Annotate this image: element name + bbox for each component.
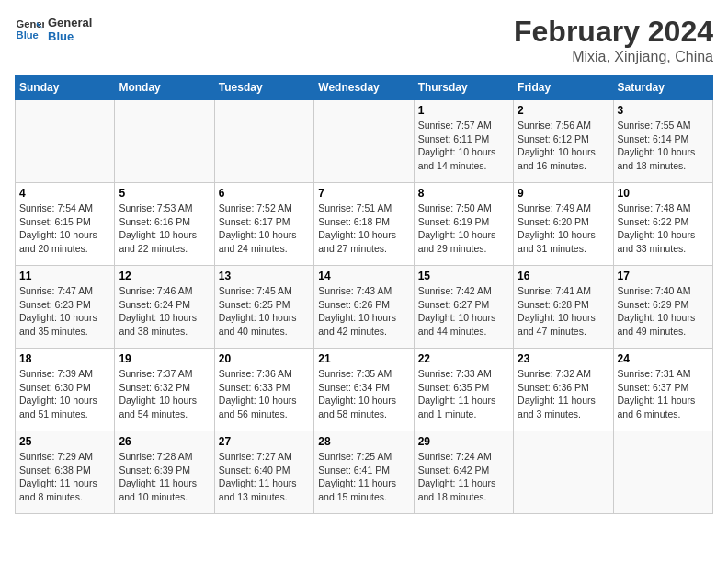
day-number: 21 [318, 352, 409, 365]
day-number: 2 [518, 104, 609, 117]
day-number: 15 [418, 270, 509, 282]
day-info: Sunrise: 7:29 AM Sunset: 6:38 PM Dayligh… [19, 450, 110, 504]
calendar-cell: 25Sunrise: 7:29 AM Sunset: 6:38 PM Dayli… [16, 431, 115, 514]
title-block: February 2024 Mixia, Xinjiang, China [514, 15, 713, 65]
day-info: Sunrise: 7:50 AM Sunset: 6:19 PM Dayligh… [418, 201, 509, 256]
calendar-week-row: 4Sunrise: 7:54 AM Sunset: 6:15 PM Daylig… [16, 183, 713, 266]
day-number: 12 [119, 270, 210, 282]
logo: General Blue General Blue [15, 15, 92, 44]
day-of-week-header: Sunday [16, 75, 115, 100]
day-number: 17 [618, 270, 709, 282]
calendar-cell: 12Sunrise: 7:46 AM Sunset: 6:24 PM Dayli… [115, 266, 214, 349]
calendar-cell [16, 100, 115, 183]
day-number: 16 [518, 270, 609, 282]
day-number: 1 [418, 104, 509, 117]
calendar-cell: 18Sunrise: 7:39 AM Sunset: 6:30 PM Dayli… [16, 349, 115, 431]
day-number: 4 [19, 187, 110, 200]
day-number: 8 [418, 187, 509, 200]
month-title: February 2024 [514, 15, 713, 49]
day-info: Sunrise: 7:24 AM Sunset: 6:42 PM Dayligh… [418, 450, 509, 504]
day-info: Sunrise: 7:25 AM Sunset: 6:41 PM Dayligh… [318, 450, 409, 504]
day-info: Sunrise: 7:53 AM Sunset: 6:16 PM Dayligh… [119, 201, 210, 256]
calendar-cell: 26Sunrise: 7:28 AM Sunset: 6:39 PM Dayli… [115, 431, 214, 514]
day-number: 25 [19, 435, 110, 448]
calendar-cell: 17Sunrise: 7:40 AM Sunset: 6:29 PM Dayli… [613, 266, 712, 349]
calendar-cell: 24Sunrise: 7:31 AM Sunset: 6:37 PM Dayli… [613, 349, 712, 431]
day-info: Sunrise: 7:43 AM Sunset: 6:26 PM Dayligh… [318, 284, 409, 339]
day-number: 19 [119, 352, 210, 365]
day-of-week-header: Tuesday [214, 75, 313, 100]
calendar-cell: 11Sunrise: 7:47 AM Sunset: 6:23 PM Dayli… [16, 266, 115, 349]
day-info: Sunrise: 7:31 AM Sunset: 6:37 PM Dayligh… [618, 367, 709, 421]
day-number: 27 [219, 435, 310, 448]
day-of-week-header: Thursday [414, 75, 513, 100]
day-number: 6 [219, 187, 310, 200]
day-info: Sunrise: 7:47 AM Sunset: 6:23 PM Dayligh… [19, 284, 110, 339]
day-info: Sunrise: 7:27 AM Sunset: 6:40 PM Dayligh… [219, 450, 310, 504]
day-info: Sunrise: 7:28 AM Sunset: 6:39 PM Dayligh… [119, 450, 210, 504]
svg-text:Blue: Blue [17, 29, 39, 40]
calendar-table: SundayMondayTuesdayWednesdayThursdayFrid… [15, 75, 713, 514]
calendar-cell: 19Sunrise: 7:37 AM Sunset: 6:32 PM Dayli… [115, 349, 214, 431]
calendar-cell [613, 431, 712, 514]
svg-text:General: General [17, 18, 44, 29]
calendar-week-row: 25Sunrise: 7:29 AM Sunset: 6:38 PM Dayli… [16, 431, 713, 514]
calendar-cell: 2Sunrise: 7:56 AM Sunset: 6:12 PM Daylig… [514, 100, 613, 183]
day-info: Sunrise: 7:41 AM Sunset: 6:28 PM Dayligh… [518, 284, 609, 339]
calendar-cell [314, 100, 414, 183]
calendar-cell: 13Sunrise: 7:45 AM Sunset: 6:25 PM Dayli… [214, 266, 313, 349]
day-number: 26 [119, 435, 210, 448]
day-info: Sunrise: 7:57 AM Sunset: 6:11 PM Dayligh… [418, 119, 509, 173]
day-number: 14 [318, 270, 409, 282]
calendar-cell: 20Sunrise: 7:36 AM Sunset: 6:33 PM Dayli… [214, 349, 313, 431]
calendar-cell: 9Sunrise: 7:49 AM Sunset: 6:20 PM Daylig… [514, 183, 613, 266]
calendar-cell: 28Sunrise: 7:25 AM Sunset: 6:41 PM Dayli… [314, 431, 414, 514]
calendar-cell: 5Sunrise: 7:53 AM Sunset: 6:16 PM Daylig… [115, 183, 214, 266]
day-of-week-header: Wednesday [314, 75, 414, 100]
day-info: Sunrise: 7:51 AM Sunset: 6:18 PM Dayligh… [318, 201, 409, 256]
day-info: Sunrise: 7:32 AM Sunset: 6:36 PM Dayligh… [518, 367, 609, 421]
day-number: 7 [318, 187, 409, 200]
day-info: Sunrise: 7:42 AM Sunset: 6:27 PM Dayligh… [418, 284, 509, 339]
calendar-cell: 8Sunrise: 7:50 AM Sunset: 6:19 PM Daylig… [414, 183, 513, 266]
calendar-cell: 6Sunrise: 7:52 AM Sunset: 6:17 PM Daylig… [214, 183, 313, 266]
day-number: 20 [219, 352, 310, 365]
day-number: 22 [418, 352, 509, 365]
logo-icon: General Blue [15, 15, 44, 44]
day-number: 11 [19, 270, 110, 282]
calendar-cell: 29Sunrise: 7:24 AM Sunset: 6:42 PM Dayli… [414, 431, 513, 514]
calendar-cell [214, 100, 313, 183]
day-info: Sunrise: 7:37 AM Sunset: 6:32 PM Dayligh… [119, 367, 210, 421]
day-info: Sunrise: 7:36 AM Sunset: 6:33 PM Dayligh… [219, 367, 310, 421]
day-info: Sunrise: 7:49 AM Sunset: 6:20 PM Dayligh… [518, 201, 609, 256]
day-info: Sunrise: 7:56 AM Sunset: 6:12 PM Dayligh… [518, 119, 609, 173]
calendar-cell: 10Sunrise: 7:48 AM Sunset: 6:22 PM Dayli… [613, 183, 712, 266]
day-info: Sunrise: 7:54 AM Sunset: 6:15 PM Dayligh… [19, 201, 110, 256]
calendar-cell: 1Sunrise: 7:57 AM Sunset: 6:11 PM Daylig… [414, 100, 513, 183]
page-header: General Blue General Blue February 2024 … [15, 15, 713, 65]
calendar-cell: 22Sunrise: 7:33 AM Sunset: 6:35 PM Dayli… [414, 349, 513, 431]
day-of-week-header: Saturday [613, 75, 712, 100]
logo-line1: General [48, 16, 92, 29]
calendar-week-row: 18Sunrise: 7:39 AM Sunset: 6:30 PM Dayli… [16, 349, 713, 431]
day-info: Sunrise: 7:33 AM Sunset: 6:35 PM Dayligh… [418, 367, 509, 421]
day-info: Sunrise: 7:55 AM Sunset: 6:14 PM Dayligh… [618, 119, 709, 173]
calendar-cell: 15Sunrise: 7:42 AM Sunset: 6:27 PM Dayli… [414, 266, 513, 349]
day-number: 18 [19, 352, 110, 365]
calendar-cell: 14Sunrise: 7:43 AM Sunset: 6:26 PM Dayli… [314, 266, 414, 349]
day-number: 24 [618, 352, 709, 365]
calendar-cell: 21Sunrise: 7:35 AM Sunset: 6:34 PM Dayli… [314, 349, 414, 431]
day-number: 3 [618, 104, 709, 117]
calendar-cell [514, 431, 613, 514]
day-number: 29 [418, 435, 509, 448]
calendar-header-row: SundayMondayTuesdayWednesdayThursdayFrid… [16, 75, 713, 100]
logo-line2: Blue [48, 29, 92, 43]
day-of-week-header: Friday [514, 75, 613, 100]
location: Mixia, Xinjiang, China [514, 49, 713, 65]
calendar-cell: 4Sunrise: 7:54 AM Sunset: 6:15 PM Daylig… [16, 183, 115, 266]
day-number: 10 [618, 187, 709, 200]
calendar-body: 1Sunrise: 7:57 AM Sunset: 6:11 PM Daylig… [16, 100, 713, 514]
calendar-week-row: 11Sunrise: 7:47 AM Sunset: 6:23 PM Dayli… [16, 266, 713, 349]
day-info: Sunrise: 7:40 AM Sunset: 6:29 PM Dayligh… [618, 284, 709, 339]
day-number: 23 [518, 352, 609, 365]
